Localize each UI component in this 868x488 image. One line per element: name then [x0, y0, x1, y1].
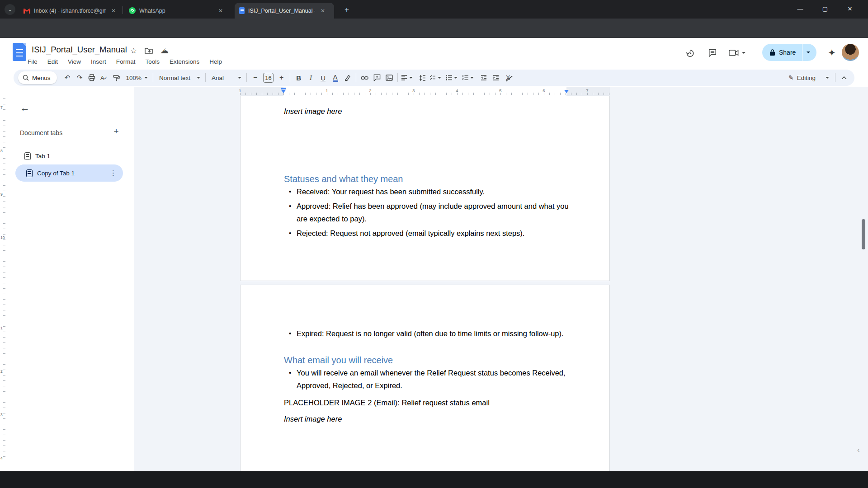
- browser-tab-gmail[interactable]: Inbox (4) - ishann.tforce@gmail ✕: [19, 3, 121, 19]
- menu-edit[interactable]: Edit: [42, 56, 63, 68]
- screen: { "colors": { "accent_blue": "#4285f4", …: [0, 0, 868, 488]
- editing-mode-select[interactable]: ✎ Editing: [788, 74, 833, 81]
- search-icon: [23, 75, 29, 81]
- italic-button[interactable]: I: [305, 72, 317, 84]
- ruler-number: 4: [456, 88, 458, 93]
- doc-tab-label: Copy of Tab 1: [37, 170, 105, 177]
- ruler-number: 2: [0, 369, 3, 374]
- clear-formatting-icon: X: [506, 74, 510, 81]
- side-panel-collapse-icon[interactable]: ‹: [857, 446, 860, 455]
- browser-tab-whatsapp[interactable]: WhatsApp ✕: [124, 3, 228, 19]
- browser-tab-docs-active[interactable]: ISIJ_Portal_User_Manual - Google Docs ✕: [235, 3, 334, 19]
- decrease-indent-button[interactable]: [477, 72, 490, 84]
- first-line-indent-marker[interactable]: [281, 88, 286, 89]
- line-spacing-button[interactable]: [416, 72, 429, 84]
- gemini-button[interactable]: ✦: [823, 44, 841, 62]
- gdocs-icon: [239, 7, 245, 14]
- comments-button[interactable]: [703, 44, 722, 62]
- insert-link-button[interactable]: [359, 72, 371, 84]
- increase-font-size-button[interactable]: +: [275, 72, 288, 84]
- highlight-color-button[interactable]: [341, 72, 354, 84]
- decrease-font-size-button[interactable]: −: [249, 72, 261, 84]
- tab-title: ISIJ_Portal_User_Manual - Google Docs: [248, 8, 315, 14]
- window-minimize-button[interactable]: —: [790, 0, 811, 17]
- comment-icon: [708, 48, 717, 57]
- bulleted-list-button[interactable]: [445, 72, 461, 84]
- tab-search-chevron-icon[interactable]: ⌄: [5, 4, 15, 15]
- document-page-2[interactable]: Expired: Request is no longer valid (oft…: [240, 285, 610, 471]
- new-tab-button[interactable]: +: [341, 5, 352, 15]
- chevron-down-icon: [826, 77, 829, 79]
- vertical-ruler-ticks: [3, 99, 5, 465]
- numbered-list-button[interactable]: [461, 72, 477, 84]
- gmail-icon: [24, 8, 30, 14]
- tab-close-icon[interactable]: ✕: [319, 7, 327, 15]
- share-button[interactable]: Share: [762, 44, 816, 61]
- menu-format[interactable]: Format: [111, 56, 141, 68]
- toolbar-search-menus[interactable]: Menus: [18, 71, 57, 84]
- clear-formatting-button[interactable]: X: [502, 72, 514, 84]
- toolbar-separator: [290, 73, 290, 82]
- font-family-select[interactable]: Arial: [208, 75, 244, 81]
- share-dropdown-icon[interactable]: [807, 52, 810, 53]
- zoom-select[interactable]: 100%: [123, 75, 151, 81]
- move-to-folder-icon[interactable]: [145, 47, 153, 54]
- menus-label: Menus: [32, 75, 51, 81]
- align-left-icon: [401, 75, 407, 80]
- insert-image-button[interactable]: [383, 72, 395, 84]
- menu-tools[interactable]: Tools: [141, 56, 165, 68]
- align-button[interactable]: [400, 72, 416, 84]
- vertical-ruler[interactable]: 7 8 9 10 1 2 3 4: [0, 87, 6, 471]
- print-button[interactable]: [86, 72, 98, 84]
- ruler-number: 7: [586, 88, 588, 93]
- undo-button[interactable]: ↶: [61, 72, 74, 84]
- document-page-1[interactable]: Insert image here Statuses and what they…: [240, 96, 610, 281]
- bold-button[interactable]: B: [292, 72, 305, 84]
- ruler-number: 8: [0, 149, 3, 153]
- browser-toolbar: ← → ⟳ docs.google.com/document/d/1Q8xj6S…: [0, 19, 868, 38]
- cloud-save-status-icon[interactable]: ☁✓: [160, 45, 169, 56]
- left-indent-marker[interactable]: [281, 90, 286, 93]
- horizontal-ruler[interactable]: 1 1 2 3 4 5 6 7: [134, 87, 861, 96]
- tab-options-kebab-icon[interactable]: ⋮: [110, 169, 117, 177]
- menu-extensions[interactable]: Extensions: [165, 56, 204, 68]
- account-avatar[interactable]: [842, 44, 859, 61]
- ruler-ticks: [240, 93, 610, 95]
- font-size-input[interactable]: 16: [263, 73, 274, 83]
- doc-tab-item-1[interactable]: Tab 1: [24, 148, 50, 164]
- window-maximize-button[interactable]: ▢: [815, 0, 835, 17]
- menu-insert[interactable]: Insert: [86, 56, 111, 68]
- paragraph-style-select[interactable]: Normal text: [156, 75, 203, 81]
- menu-help[interactable]: Help: [204, 56, 227, 68]
- outdent-icon: [481, 75, 487, 80]
- increase-indent-button[interactable]: [490, 72, 502, 84]
- right-indent-marker[interactable]: [564, 90, 569, 93]
- tab-close-icon[interactable]: ✕: [217, 7, 225, 15]
- redo-button[interactable]: ↷: [74, 72, 86, 84]
- document-scrollbar-thumb[interactable]: [862, 219, 865, 249]
- tab-title: Inbox (4) - ishann.tforce@gmail: [34, 8, 106, 14]
- version-history-button[interactable]: [681, 44, 699, 62]
- chevron-down-icon: [470, 77, 474, 79]
- add-tab-button[interactable]: +: [110, 126, 122, 137]
- tab-close-icon[interactable]: ✕: [109, 7, 118, 15]
- add-comment-button[interactable]: [371, 72, 383, 84]
- checklist-button[interactable]: [429, 72, 445, 84]
- bullet-email-status: You will receive an email whenever the R…: [284, 366, 572, 392]
- menu-file[interactable]: File: [23, 56, 42, 68]
- doc-tab-item-2-selected[interactable]: Copy of Tab 1 ⋮: [15, 164, 123, 182]
- paint-format-button[interactable]: [110, 72, 123, 84]
- menu-view[interactable]: View: [63, 56, 86, 68]
- bullet-received: Received: Your request has been submitte…: [284, 185, 572, 198]
- window-close-button[interactable]: ✕: [840, 0, 860, 17]
- whatsapp-icon: [129, 7, 136, 14]
- star-document-icon[interactable]: ☆: [130, 46, 137, 56]
- text-color-button[interactable]: A: [329, 72, 341, 84]
- collapse-toolbar-button[interactable]: [838, 72, 850, 84]
- underline-button[interactable]: U: [317, 72, 329, 84]
- spelling-check-button[interactable]: A✓: [98, 72, 110, 84]
- document-title[interactable]: ISIJ_Portal_User_Manual: [32, 45, 127, 55]
- meet-video-call-button[interactable]: [726, 44, 750, 62]
- back-arrow-icon[interactable]: ←: [20, 103, 30, 113]
- email-bullet-list: You will receive an email whenever the R…: [284, 366, 572, 394]
